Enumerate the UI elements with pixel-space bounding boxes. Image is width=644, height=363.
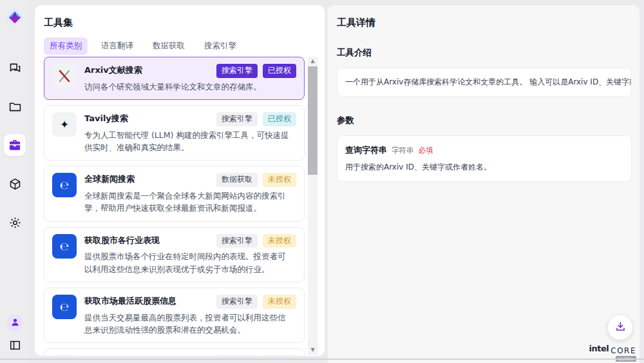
tool-icon: ℮ — [52, 234, 77, 259]
tool-name: Tavily搜索 — [84, 112, 128, 124]
sidebar-item-files[interactable] — [4, 95, 26, 117]
tool-list: Arxiv文献搜索 搜索引擎 已授权 访问各个研究领域大量科学论文和文章的存储库… — [44, 57, 305, 356]
intro-card: 一个用于从Arxiv存储库搜索科学论文和文章的工具。 输入可以是Arxiv ID… — [337, 68, 632, 97]
tool-card[interactable]: ℮ 获取股市各行业表现 搜索引擎 未授权 提供股票市场各个行业在特定时间段内的表… — [44, 227, 305, 282]
cube-icon — [8, 177, 22, 191]
tool-status-badge: 未授权 — [263, 355, 296, 356]
param-description: 用于搜索的Arxiv ID、关键字或作者姓名。 — [345, 162, 623, 173]
sidebar-item-chat[interactable] — [4, 57, 26, 79]
tool-name: 万维地区新闻查询 — [84, 355, 151, 356]
tool-category-badge: 数据获取 — [216, 173, 258, 187]
tool-card[interactable]: ℮ 全球新闻搜索 数据获取 未授权 全球新闻搜索是一个聚合全球各大新闻网站内容的… — [44, 166, 305, 221]
gear-icon — [8, 216, 22, 230]
scrollbar-thumb[interactable] — [308, 66, 317, 175]
tool-status-badge: 已授权 — [263, 112, 296, 126]
category-tab[interactable]: 语言翻译 — [95, 37, 139, 55]
download-button[interactable] — [608, 315, 632, 340]
scrollbar-down-arrow[interactable]: ▼ — [308, 346, 317, 355]
tool-icon: ℮ — [52, 173, 77, 197]
core-wordmark: core — [611, 346, 636, 355]
tool-icon: ℮ — [52, 295, 77, 319]
sidebar-item-toolbox[interactable] — [4, 134, 26, 156]
window-bottom-edge — [0, 358, 644, 360]
intro-text: 一个用于从Arxiv存储库搜索科学论文和文章的工具。 输入可以是Arxiv ID… — [345, 77, 623, 88]
tool-status-badge: 未授权 — [263, 295, 296, 309]
panel-toggle-button[interactable] — [9, 339, 21, 354]
page-title: 工具集 — [44, 17, 73, 29]
tool-card[interactable]: Arxiv文献搜索 搜索引擎 已授权 访问各个研究领域大量科学论文和文章的存储库… — [44, 57, 305, 100]
tool-icon — [52, 355, 77, 356]
tool-status-badge: 未授权 — [263, 234, 296, 248]
sidebar-item-settings[interactable] — [4, 211, 26, 233]
param-type: 字符串 — [392, 146, 414, 155]
tool-status-badge: 未授权 — [263, 173, 296, 187]
param-required-badge: 必填 — [419, 146, 433, 155]
tool-category-badge: 搜索引擎 — [216, 234, 258, 248]
tool-description: 访问各个研究领域大量科学论文和文章的存储库。 — [84, 81, 289, 93]
params-heading: 参数 — [337, 115, 632, 126]
param-card: 查询字符串 字符串 必填 用于搜索的Arxiv ID、关键字或作者姓名。 — [337, 135, 632, 182]
intel-wordmark: intel — [589, 344, 609, 353]
tool-detail-panel: 工具详情 工具介绍 一个用于从Arxiv存储库搜索科学论文和文章的工具。 输入可… — [328, 5, 639, 363]
sidebar-item-models[interactable] — [4, 173, 26, 195]
tool-category-badge: 搜索引擎 — [216, 295, 258, 309]
folder-icon — [8, 100, 22, 113]
tool-card[interactable]: ✦ Tavily搜索 搜索引擎 已授权 专为人工智能代理 (LLM) 构建的搜索… — [44, 105, 305, 161]
tool-name: 全球新闻搜索 — [84, 173, 135, 185]
list-scrollbar[interactable]: ▲ ▼ — [308, 57, 317, 355]
user-avatar[interactable] — [6, 315, 23, 331]
category-tab[interactable]: 搜索引擎 — [198, 37, 242, 55]
tool-category-badge: 搜索引擎 — [216, 64, 258, 78]
category-tab[interactable]: 所有类别 — [44, 37, 88, 55]
toolbox-icon — [8, 138, 22, 152]
tool-card[interactable]: ℮ 获取市场最活跃股票信息 搜索引擎 未授权 提供当天交易量最高的股票列表，投资… — [44, 288, 305, 343]
tool-category-badge: 搜索引擎 — [216, 112, 258, 126]
tool-card[interactable]: 万维地区新闻查询 搜索引擎 未授权 查询具体行政区划内的新闻，快速了解各地新闻动 — [44, 348, 305, 356]
chat-icon — [8, 61, 22, 75]
tool-name: 获取股市各行业表现 — [84, 234, 160, 246]
tool-category-badge: 搜索引擎 — [216, 355, 258, 356]
intel-core-logo: intel core ultra — [589, 344, 636, 356]
tool-list-panel: 工具集 所有类别语言翻译数据获取搜索引擎 Arxiv文献搜索 搜索引擎 已授权 … — [35, 5, 325, 356]
param-name: 查询字符串 — [345, 144, 387, 156]
app-logo-icon — [5, 8, 24, 27]
sidebar-rail — [0, 0, 30, 363]
tool-icon — [52, 64, 77, 88]
tool-description: 提供股票市场各个行业在特定时间段内的表现。投资者可以利用这些信息来识别表现优于或… — [84, 250, 289, 275]
panel-toggle-icon — [9, 342, 21, 354]
category-tabs: 所有类别语言翻译数据获取搜索引擎 — [44, 37, 242, 55]
download-icon — [614, 320, 627, 335]
category-tab[interactable]: 数据获取 — [147, 37, 191, 55]
intro-heading: 工具介绍 — [337, 47, 632, 59]
tool-description: 专为人工智能代理 (LLM) 构建的搜索引擎工具，可快速提供实时、准确和真实的结… — [84, 129, 289, 154]
tool-status-badge: 已授权 — [263, 64, 296, 78]
tool-name: Arxiv文献搜索 — [84, 64, 142, 76]
user-avatar-icon — [10, 317, 20, 329]
tool-name: 获取市场最活跃股票信息 — [84, 295, 176, 307]
tool-description: 提供当天交易量最高的股票列表，投资者可以利用这些信息来识别流动性强的股票和潜在的… — [84, 311, 289, 337]
detail-title: 工具详情 — [337, 17, 632, 29]
scrollbar-up-arrow[interactable]: ▲ — [308, 57, 317, 66]
tool-description: 全球新闻搜索是一个聚合全球各大新闻网站内容的搜索引擎，帮助用户快速获取全球最新资… — [84, 190, 289, 215]
tool-icon: ✦ — [52, 112, 77, 137]
